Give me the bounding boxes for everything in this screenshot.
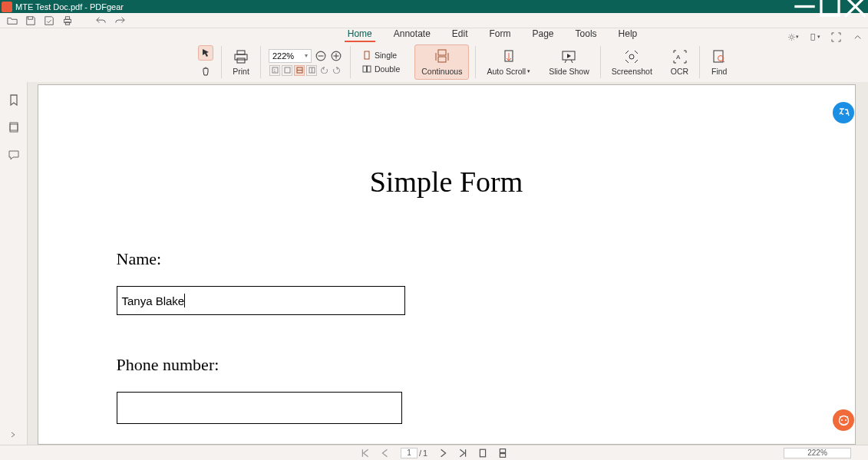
phone-field[interactable] [117,392,402,424]
name-label: Name: [117,249,855,269]
zoom-level-display[interactable]: 222% [784,448,851,458]
single-view-status-icon[interactable] [478,449,487,458]
window-title: MTE Test Doc.pdf - PDFgear [15,2,792,12]
autoscroll-button[interactable]: Auto Scroll▾ [482,47,535,77]
prev-page-button[interactable] [381,449,390,458]
select-tool-button[interactable] [198,45,213,61]
svg-rect-17 [235,54,247,60]
fit-height-button[interactable] [306,65,317,76]
svg-rect-55 [480,449,485,457]
name-value: Tanya Blake [122,294,185,307]
fit-width-button[interactable] [294,65,305,76]
svg-line-42 [571,60,573,63]
tab-form[interactable]: Form [487,28,514,42]
svg-line-41 [565,60,566,63]
tab-page[interactable]: Page [530,28,557,42]
tab-help[interactable]: Help [616,28,641,42]
last-page-button[interactable] [458,449,467,458]
svg-rect-35 [438,50,446,55]
svg-line-13 [794,38,794,39]
name-field[interactable]: Tanya Blake [117,286,405,315]
single-page-button[interactable]: Single [358,49,404,61]
svg-rect-16 [811,34,815,40]
tab-tools[interactable]: Tools [573,28,600,42]
slideshow-label: Slide Show [549,67,589,76]
svg-text:A: A [676,54,681,61]
svg-rect-36 [438,57,446,62]
zoom-out-button[interactable] [315,50,327,62]
print-label: Print [233,67,249,76]
screenshot-label: Screenshot [612,67,652,76]
app-icon [2,2,12,12]
form-title: Simple Form [38,165,855,199]
ai-chat-button[interactable] [833,409,854,431]
print-button[interactable]: Print [228,47,254,77]
svg-rect-56 [500,449,505,452]
page-number-input[interactable]: 1 [401,448,417,458]
quick-access-toolbar [0,13,868,28]
svg-rect-27 [285,67,290,73]
ai-translate-button[interactable] [833,102,854,123]
save-as-icon[interactable] [43,15,55,27]
screenshot-button[interactable]: Screenshot [607,47,657,77]
undo-icon[interactable] [95,15,107,27]
rotate-left-button[interactable] [318,65,329,76]
svg-point-43 [629,54,634,59]
svg-rect-57 [500,453,505,457]
minimize-button[interactable] [792,0,817,13]
continuous-view-status-icon[interactable] [498,449,507,458]
redo-icon[interactable] [114,15,126,27]
menu-bar: Home Annotate Edit Form Page Tools Help … [0,28,868,42]
hand-tool-button[interactable] [198,64,213,79]
print-quick-icon[interactable] [61,15,74,27]
phone-label: Phone number: [117,355,855,375]
expand-sidebar-icon[interactable] [9,431,17,440]
comment-panel-icon[interactable] [7,148,21,162]
slideshow-button[interactable]: Slide Show [544,47,594,77]
thumbnail-panel-icon[interactable] [7,120,21,134]
zoom-value: 222% [272,51,294,61]
close-button[interactable] [843,0,868,13]
zoom-in-button[interactable] [330,50,342,62]
svg-rect-49 [10,124,18,130]
tab-annotate[interactable]: Annotate [391,28,434,42]
svg-rect-19 [237,58,245,63]
svg-point-7 [790,35,794,38]
svg-line-53 [840,416,841,418]
collapse-ribbon-icon[interactable] [853,31,863,42]
next-page-button[interactable] [438,449,447,458]
fullscreen-icon[interactable] [831,31,842,42]
svg-rect-5 [65,16,69,19]
autoscroll-label: Auto Scroll [487,67,526,76]
theme-icon[interactable]: ▾ [788,31,799,42]
find-label: Find [711,67,727,76]
svg-rect-33 [363,66,367,72]
ocr-button[interactable]: A OCR [666,47,693,77]
maximize-button[interactable] [817,0,843,13]
titlebar: MTE Test Doc.pdf - PDFgear [0,0,868,13]
continuous-button[interactable]: Continuous [414,44,469,80]
bookmark-panel-icon[interactable] [7,93,21,107]
double-label: Double [375,64,400,74]
double-page-button[interactable]: Double [358,63,404,75]
svg-line-14 [789,38,790,39]
svg-rect-34 [368,66,371,72]
svg-rect-18 [237,51,245,54]
continuous-label: Continuous [421,67,462,76]
find-button[interactable]: Find [706,47,732,77]
first-page-button[interactable] [361,449,370,458]
save-icon[interactable] [25,15,37,27]
fit-actual-button[interactable]: 1 [269,65,280,76]
tab-edit[interactable]: Edit [449,28,471,42]
fit-page-button[interactable] [282,65,292,76]
zoom-combobox[interactable]: 222%▾ [269,49,312,63]
svg-point-51 [841,419,843,421]
svg-point-46 [718,56,724,61]
file-dropdown-icon[interactable]: ▾ [810,31,820,42]
svg-line-12 [789,34,790,35]
open-file-icon[interactable] [6,15,18,27]
document-page: Simple Form Name: Tanya Blake Phone numb… [38,84,856,445]
tab-home[interactable]: Home [345,28,375,42]
rotate-right-button[interactable] [331,65,342,76]
svg-text:1: 1 [273,68,276,73]
